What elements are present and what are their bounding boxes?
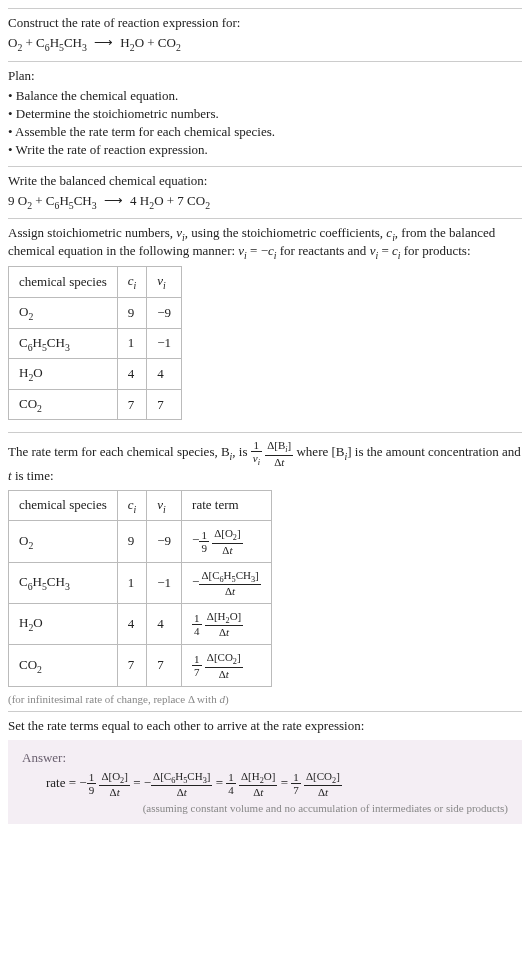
cell-vi: 7 <box>147 645 182 686</box>
rate-table: chemical species ci νi rate term O2 9 −9… <box>8 490 272 687</box>
answer-title: Answer: <box>22 750 508 766</box>
table-row: H2O 4 4 <box>9 359 182 390</box>
cell-vi: 4 <box>147 603 182 644</box>
col-rate: rate term <box>182 490 272 521</box>
table-header-row: chemical species ci νi <box>9 267 182 298</box>
col-species: chemical species <box>9 490 118 521</box>
cell-ci: 7 <box>117 389 147 420</box>
assign-section: Assign stoichiometric numbers, νi, using… <box>8 218 522 432</box>
plan-item: Determine the stoichiometric numbers. <box>8 106 522 122</box>
cell-ci: 4 <box>117 603 147 644</box>
cell-species: CO2 <box>9 645 118 686</box>
cell-rate: −Δ[C6H5CH3]Δt <box>182 562 272 603</box>
set-equal-section: Set the rate terms equal to each other t… <box>8 711 522 830</box>
balanced-heading: Write the balanced chemical equation: <box>8 173 522 189</box>
cell-vi: −1 <box>147 328 182 359</box>
cell-species: O2 <box>9 521 118 562</box>
set-equal-text: Set the rate terms equal to each other t… <box>8 718 522 734</box>
cell-species: H2O <box>9 603 118 644</box>
intro-equation: O2 + C6H5CH3 ⟶ H2O + CO2 <box>8 35 522 53</box>
balanced-equation: 9 O2 + C6H5CH3 ⟶ 4 H2O + 7 CO2 <box>8 193 522 211</box>
cell-species: C6H5CH3 <box>9 562 118 603</box>
cell-ci: 9 <box>117 297 147 328</box>
plan-item: Assemble the rate term for each chemical… <box>8 124 522 140</box>
plan-item: Write the rate of reaction expression. <box>8 142 522 158</box>
table-row: O2 9 −9 −19 Δ[O2]Δt <box>9 521 272 562</box>
col-vi: νi <box>147 267 182 298</box>
cell-ci: 9 <box>117 521 147 562</box>
cell-vi: 7 <box>147 389 182 420</box>
stoich-table: chemical species ci νi O2 9 −9 C6H5CH3 1… <box>8 266 182 420</box>
table-row: O2 9 −9 <box>9 297 182 328</box>
cell-ci: 1 <box>117 562 147 603</box>
cell-ci: 1 <box>117 328 147 359</box>
cell-vi: −1 <box>147 562 182 603</box>
cell-species: CO2 <box>9 389 118 420</box>
col-ci: ci <box>117 267 147 298</box>
answer-note: (assuming constant volume and no accumul… <box>22 802 508 814</box>
table-row: H2O 4 4 14 Δ[H2O]Δt <box>9 603 272 644</box>
table-header-row: chemical species ci νi rate term <box>9 490 272 521</box>
plan-section: Plan: Balance the chemical equation. Det… <box>8 61 522 166</box>
plan-heading: Plan: <box>8 68 522 84</box>
cell-species: O2 <box>9 297 118 328</box>
table-row: CO2 7 7 <box>9 389 182 420</box>
cell-rate: 14 Δ[H2O]Δt <box>182 603 272 644</box>
table-row: C6H5CH3 1 −1 −Δ[C6H5CH3]Δt <box>9 562 272 603</box>
assign-text: Assign stoichiometric numbers, νi, using… <box>8 225 522 260</box>
answer-box: Answer: rate = −19 Δ[O2]Δt = −Δ[C6H5CH3]… <box>8 740 522 824</box>
cell-vi: 4 <box>147 359 182 390</box>
rate-intro-text: The rate term for each chemical species,… <box>8 439 522 483</box>
rate-section: The rate term for each chemical species,… <box>8 432 522 710</box>
rate-footnote: (for infinitesimal rate of change, repla… <box>8 693 522 705</box>
cell-species: H2O <box>9 359 118 390</box>
answer-equation: rate = −19 Δ[O2]Δt = −Δ[C6H5CH3]Δt = 14 … <box>46 770 508 798</box>
plan-list: Balance the chemical equation. Determine… <box>8 88 522 158</box>
col-ci: ci <box>117 490 147 521</box>
cell-ci: 4 <box>117 359 147 390</box>
plan-item: Balance the chemical equation. <box>8 88 522 104</box>
cell-vi: −9 <box>147 297 182 328</box>
table-row: CO2 7 7 17 Δ[CO2]Δt <box>9 645 272 686</box>
cell-ci: 7 <box>117 645 147 686</box>
balanced-section: Write the balanced chemical equation: 9 … <box>8 166 522 219</box>
cell-species: C6H5CH3 <box>9 328 118 359</box>
intro-prompt: Construct the rate of reaction expressio… <box>8 15 522 31</box>
col-species: chemical species <box>9 267 118 298</box>
cell-rate: −19 Δ[O2]Δt <box>182 521 272 562</box>
col-vi: νi <box>147 490 182 521</box>
intro-section: Construct the rate of reaction expressio… <box>8 8 522 61</box>
cell-vi: −9 <box>147 521 182 562</box>
cell-rate: 17 Δ[CO2]Δt <box>182 645 272 686</box>
table-row: C6H5CH3 1 −1 <box>9 328 182 359</box>
